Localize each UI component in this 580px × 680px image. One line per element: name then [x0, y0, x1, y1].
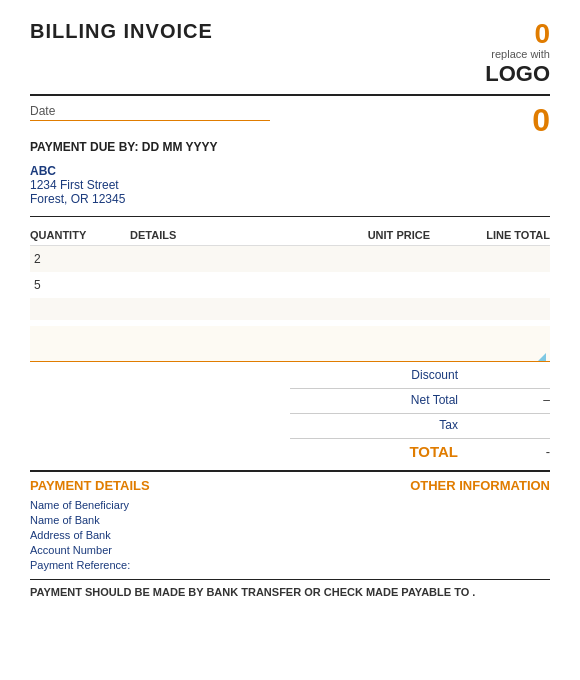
- payment-reference: Payment Reference:: [30, 559, 550, 571]
- table-row: 5: [30, 272, 550, 298]
- client-address1: 1234 First Street: [30, 178, 550, 192]
- header-row: BILLING INVOICE 0 replace with LOGO: [30, 20, 550, 88]
- table-header: QUANTITY DETAILS UNIT PRICE LINE TOTAL: [30, 225, 550, 246]
- totals-section: Discount Net Total – Tax TOTAL -: [30, 368, 550, 462]
- address-of-bank: Address of Bank: [30, 529, 550, 541]
- table-row: 2: [30, 246, 550, 272]
- header-right: 0 replace with LOGO: [485, 20, 550, 88]
- payment-details-title: PAYMENT DETAILS: [30, 478, 150, 493]
- total-row: TOTAL -: [290, 443, 550, 460]
- row2-unit-price: [300, 276, 430, 294]
- logo-main: LOGO: [485, 61, 550, 87]
- logo-text: replace with LOGO: [485, 48, 550, 88]
- client-name: ABC: [30, 164, 550, 178]
- discount-row: Discount: [290, 368, 550, 382]
- name-of-bank: Name of Bank: [30, 514, 550, 526]
- payment-details-row: PAYMENT DETAILS OTHER INFORMATION: [30, 478, 550, 493]
- date-row: Date 0: [30, 104, 550, 136]
- totals-divider3: [290, 438, 550, 439]
- col-unit-price: UNIT PRICE: [300, 229, 430, 241]
- client-address2: Forest, OR 12345: [30, 192, 550, 206]
- tax-label: Tax: [350, 418, 470, 432]
- net-total-row: Net Total –: [290, 393, 550, 407]
- totals-divider1: [290, 388, 550, 389]
- col-details: DETAILS: [130, 229, 300, 241]
- footer-bottom-divider: [30, 579, 550, 580]
- table-row-empty: [30, 298, 550, 320]
- total-label: TOTAL: [350, 443, 470, 460]
- net-total-label: Net Total: [350, 393, 470, 407]
- row1-line-total: [430, 250, 550, 268]
- account-number: Account Number: [30, 544, 550, 556]
- billing-title: BILLING INVOICE: [30, 20, 213, 43]
- row1-unit-price: [300, 250, 430, 268]
- row2-details: [130, 276, 300, 294]
- resize-indicator: [538, 353, 546, 361]
- logo-replace: replace with: [485, 48, 550, 61]
- row1-details: [130, 250, 300, 268]
- name-of-beneficiary: Name of Beneficiary: [30, 499, 550, 511]
- invoice-table: QUANTITY DETAILS UNIT PRICE LINE TOTAL 2…: [30, 225, 550, 362]
- invoice-wrapper: BILLING INVOICE 0 replace with LOGO Date…: [0, 0, 580, 618]
- client-info: ABC 1234 First Street Forest, OR 12345: [30, 164, 550, 206]
- net-total-value: –: [470, 393, 550, 407]
- totals-divider2: [290, 413, 550, 414]
- footer-text: PAYMENT SHOULD BE MADE BY BANK TRANSFER …: [30, 586, 550, 598]
- invoice-number-right: 0: [532, 104, 550, 136]
- footer-top-divider: [30, 470, 550, 472]
- notes-area[interactable]: [30, 326, 550, 362]
- col-quantity: QUANTITY: [30, 229, 130, 241]
- tax-row: Tax: [290, 418, 550, 432]
- row1-quantity: 2: [30, 250, 130, 268]
- total-value: -: [470, 444, 550, 459]
- col-line-total: LINE TOTAL: [430, 229, 550, 241]
- date-label: Date: [30, 104, 270, 121]
- discount-label: Discount: [350, 368, 470, 382]
- header-divider: [30, 94, 550, 96]
- other-information-title: OTHER INFORMATION: [410, 478, 550, 493]
- table-top-divider: [30, 216, 550, 217]
- payment-due: PAYMENT DUE BY: DD MM YYYY: [30, 140, 550, 154]
- invoice-number-top: 0: [485, 20, 550, 48]
- row2-quantity: 5: [30, 276, 130, 294]
- row2-line-total: [430, 276, 550, 294]
